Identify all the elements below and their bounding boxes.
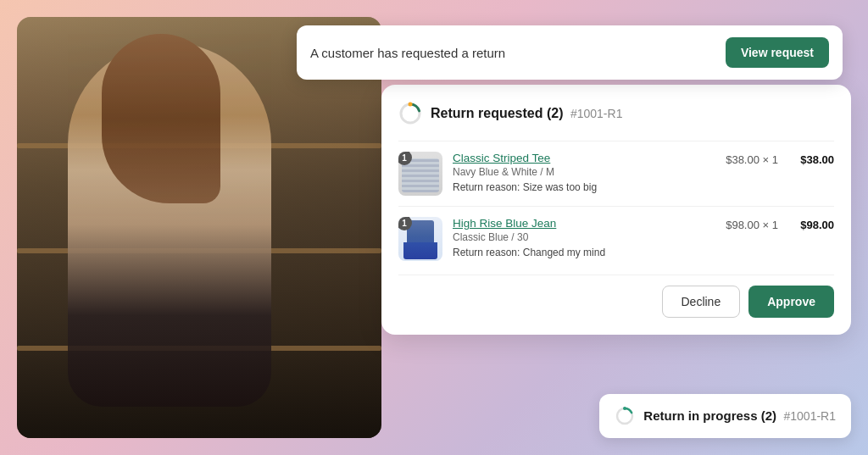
item-2-variant: Classic Blue / 30 <box>453 231 715 243</box>
status-text: Return in progress (2) <box>643 408 776 423</box>
item-1-badge: 1 <box>398 152 412 165</box>
item-1-thumbnail: 1 <box>398 152 442 196</box>
status-spinner-icon <box>615 406 635 426</box>
view-request-button[interactable]: View request <box>726 37 829 68</box>
item-1-pricing: $38.00 × 1 $38.00 <box>726 152 834 166</box>
card-title: Return requested (2) <box>431 106 563 120</box>
status-order-id: #1001-R1 <box>784 409 837 423</box>
item-2-total: $98.00 <box>792 219 834 231</box>
approve-button[interactable]: Approve <box>748 286 834 318</box>
svg-point-1 <box>409 103 413 107</box>
action-row: Decline Approve <box>398 275 834 318</box>
decline-button[interactable]: Decline <box>662 286 741 318</box>
notification-bar: A customer has requested a return View r… <box>297 25 843 80</box>
item-2-details: High Rise Blue Jean Classic Blue / 30 Re… <box>453 217 715 258</box>
item-1-details: Classic Striped Tee Navy Blue & White / … <box>453 152 715 193</box>
status-bar: Return in progress (2) #1001-R1 <box>599 394 851 438</box>
item-2-reason: Return reason: Changed my mind <box>453 247 715 258</box>
divider-1 <box>398 141 834 141</box>
item-1-total: $38.00 <box>792 153 834 166</box>
item-1-unit-price: $38.00 × 1 <box>726 153 778 166</box>
hero-photo <box>17 17 381 438</box>
item-2-unit-price: $98.00 × 1 <box>726 219 778 231</box>
item-2-thumbnail: 1 <box>398 217 442 261</box>
return-card: Return requested (2) #1001-R1 1 Classic … <box>381 85 851 335</box>
line-item-1: 1 Classic Striped Tee Navy Blue & White … <box>398 152 834 196</box>
item-2-pricing: $98.00 × 1 $98.00 <box>726 217 834 231</box>
item-1-name[interactable]: Classic Striped Tee <box>453 152 715 164</box>
svg-point-3 <box>623 407 626 410</box>
item-1-variant: Navy Blue & White / M <box>453 166 715 178</box>
item-2-badge: 1 <box>398 217 412 230</box>
notification-message: A customer has requested a return <box>310 46 505 60</box>
person-figure <box>68 42 271 407</box>
return-status-icon <box>398 102 422 125</box>
divider-2 <box>398 206 834 207</box>
card-order-id: #1001-R1 <box>570 107 623 120</box>
item-1-reason: Return reason: Size was too big <box>453 181 715 193</box>
line-item-2: 1 High Rise Blue Jean Classic Blue / 30 … <box>398 217 834 261</box>
item-2-name[interactable]: High Rise Blue Jean <box>453 217 715 230</box>
card-header: Return requested (2) #1001-R1 <box>398 102 834 125</box>
